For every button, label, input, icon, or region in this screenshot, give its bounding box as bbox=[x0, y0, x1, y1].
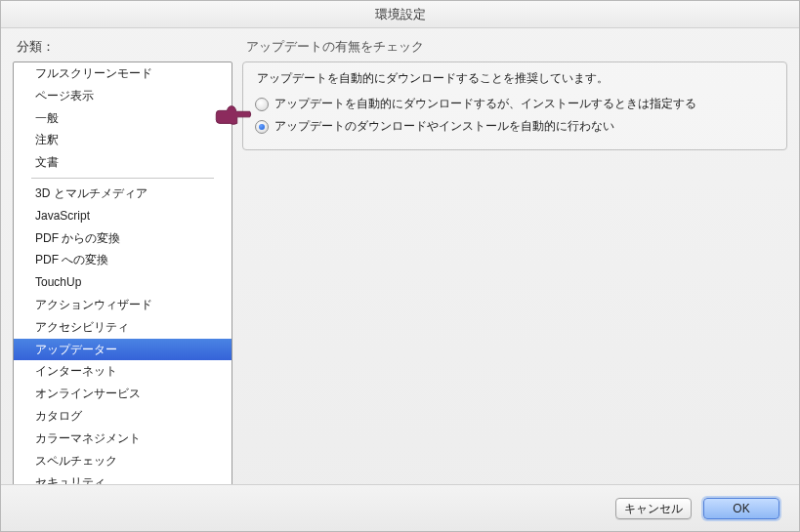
sidebar-item[interactable]: カラーマネジメント bbox=[14, 428, 232, 450]
window-title: 環境設定 bbox=[1, 1, 799, 28]
preferences-window: 環境設定 分類： フルスクリーンモードページ表示一般注釈文書3D とマルチメディ… bbox=[0, 0, 800, 532]
sidebar-item[interactable]: アップデーター bbox=[14, 339, 232, 361]
option-label: アップデートのダウンロードやインストールを自動的に行わない bbox=[274, 118, 614, 135]
category-box: フルスクリーンモードページ表示一般注釈文書3D とマルチメディアJavaScri… bbox=[13, 61, 232, 496]
sidebar-item[interactable]: 一般 bbox=[14, 107, 232, 130]
body-area: 分類： フルスクリーンモードページ表示一般注釈文書3D とマルチメディアJava… bbox=[1, 28, 799, 484]
category-list[interactable]: フルスクリーンモードページ表示一般注釈文書3D とマルチメディアJavaScri… bbox=[14, 62, 232, 495]
sidebar-item[interactable]: カタログ bbox=[14, 405, 232, 428]
sidebar-item[interactable]: JavaScript bbox=[14, 205, 232, 227]
sidebar-item[interactable]: スペルチェック bbox=[14, 450, 232, 472]
section-header: アップデートの有無をチェック bbox=[242, 36, 787, 61]
content-panel: アップデートの有無をチェック アップデートを自動的にダウンロードすることを推奨し… bbox=[242, 36, 787, 484]
sidebar-item[interactable]: 注釈 bbox=[14, 129, 232, 151]
sidebar-item[interactable]: PDF への変換 bbox=[14, 249, 232, 271]
sidebar-item[interactable]: TouchUp bbox=[14, 271, 232, 294]
update-options-group: アップデートを自動的にダウンロードすることを推奨しています。 アップデートを自動… bbox=[242, 61, 787, 150]
ok-button[interactable]: OK bbox=[703, 498, 779, 519]
sidebar-item[interactable]: 3D とマルチメディア bbox=[14, 183, 232, 205]
sidebar-item[interactable]: 文書 bbox=[14, 151, 232, 174]
sidebar-item[interactable]: アクションウィザード bbox=[14, 294, 232, 316]
sidebar-item[interactable]: アクセシビリティ bbox=[14, 316, 232, 339]
sidebar-divider bbox=[31, 178, 214, 179]
radio-icon[interactable] bbox=[255, 98, 269, 111]
sidebar-item[interactable]: フルスクリーンモード bbox=[14, 62, 232, 85]
sidebar-item[interactable]: インターネット bbox=[14, 360, 232, 383]
sidebar-item[interactable]: PDF からの変換 bbox=[14, 227, 232, 250]
sidebar-item[interactable]: オンラインサービス bbox=[14, 383, 232, 405]
update-description: アップデートを自動的にダウンロードすることを推奨しています。 bbox=[253, 70, 777, 87]
option-auto-download[interactable]: アップデートを自動的にダウンロードするが、インストールするときは指定する bbox=[253, 95, 777, 113]
sidebar-label: 分類： bbox=[13, 36, 232, 61]
option-label: アップデートを自動的にダウンロードするが、インストールするときは指定する bbox=[274, 96, 696, 112]
sidebar-item[interactable]: ページ表示 bbox=[14, 85, 232, 107]
cancel-button[interactable]: キャンセル bbox=[615, 498, 692, 519]
sidebar: 分類： フルスクリーンモードページ表示一般注釈文書3D とマルチメディアJava… bbox=[13, 36, 232, 484]
dialog-footer: キャンセル OK bbox=[1, 484, 799, 531]
option-no-auto[interactable]: アップデートのダウンロードやインストールを自動的に行わない bbox=[253, 117, 777, 136]
radio-icon[interactable] bbox=[255, 120, 269, 134]
